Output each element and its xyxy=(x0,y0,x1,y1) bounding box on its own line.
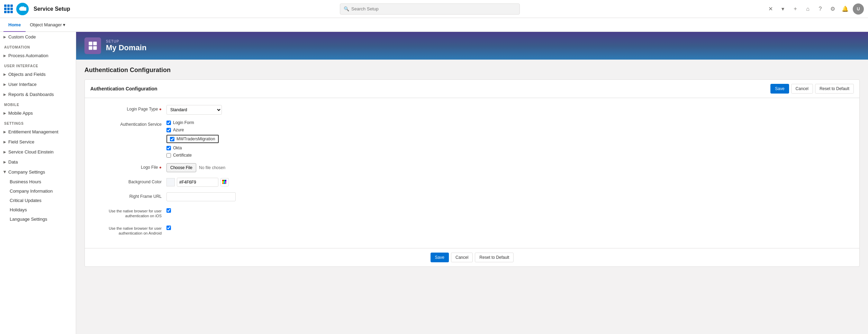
top-nav-right: ✕ ▾ ＋ ⌂ ? ⚙ 🔔 U xyxy=(766,3,864,15)
cancel-button-bottom[interactable]: Cancel xyxy=(451,253,473,262)
svg-rect-6 xyxy=(225,180,226,181)
sidebar-section-automation: AUTOMATION xyxy=(0,42,76,51)
sidebar-item-entitlement-management[interactable]: ▶ Entitlement Management xyxy=(0,127,76,137)
reset-to-default-button-top[interactable]: Reset to Default xyxy=(815,84,854,94)
file-input-wrap: Choose File No file chosen xyxy=(166,163,225,172)
sidebar-item-reports-dashboards[interactable]: ▶ Reports & Dashboards xyxy=(0,89,76,99)
checkbox-azure: Azure xyxy=(166,128,219,132)
top-navigation: Service Setup 🔍 ✕ ▾ ＋ ⌂ ? ⚙ 🔔 U xyxy=(0,0,868,18)
search-input-wrap[interactable]: 🔍 xyxy=(340,3,520,15)
sidebar-item-custom-code[interactable]: ▶ Custom Code xyxy=(0,32,76,42)
home-icon[interactable]: ⌂ xyxy=(803,4,813,14)
tab-home[interactable]: Home xyxy=(3,18,26,32)
arrow-icon: ▶ xyxy=(3,150,6,154)
checkbox-mwtradmigration-label: MWTradersMigration xyxy=(177,137,215,141)
svg-rect-3 xyxy=(93,46,97,50)
background-color-input[interactable] xyxy=(177,178,218,187)
sidebar-sub-holidays[interactable]: Holidays xyxy=(0,205,76,214)
waffle-menu[interactable] xyxy=(4,5,13,13)
arrow-icon: ▶ xyxy=(3,54,6,58)
required-indicator: ● xyxy=(159,165,162,170)
control-native-android xyxy=(166,224,171,230)
search-input[interactable] xyxy=(351,6,516,11)
sidebar-item-field-service[interactable]: ▶ Field Service xyxy=(0,137,76,147)
sidebar-item-user-interface[interactable]: ▶ User Interface xyxy=(0,79,76,89)
arrow-icon: ▶ xyxy=(3,171,7,174)
sidebar-item-objects-and-fields[interactable]: ▶ Objects and Fields xyxy=(0,69,76,79)
arrow-icon: ▶ xyxy=(3,72,6,76)
close-icon[interactable]: ✕ xyxy=(766,4,775,14)
control-right-frame-url xyxy=(166,192,236,201)
add-icon[interactable]: ＋ xyxy=(790,4,800,14)
bell-icon[interactable]: 🔔 xyxy=(840,4,850,14)
sidebar-sub-language-settings[interactable]: Language Settings xyxy=(0,214,76,224)
page-header-text: SETUP My Domain xyxy=(106,39,146,52)
svg-rect-5 xyxy=(224,180,225,181)
sidebar-item-company-settings[interactable]: ▶ Company Settings xyxy=(0,167,76,177)
control-background-color xyxy=(166,178,229,187)
login-page-type-select[interactable]: Standard Custom xyxy=(166,105,222,115)
sidebar-item-service-cloud-einstein[interactable]: ▶ Service Cloud Einstein xyxy=(0,147,76,157)
tab-object-manager[interactable]: Object Manager ▾ xyxy=(26,18,70,32)
svg-rect-2 xyxy=(89,46,92,50)
checkbox-okta-input[interactable] xyxy=(166,146,171,150)
color-input-wrap xyxy=(166,178,229,187)
reset-to-default-button-bottom[interactable]: Reset to Default xyxy=(475,253,514,262)
svg-rect-12 xyxy=(225,183,226,184)
form-row-auth-service: Authentication Service Login Form Azure xyxy=(90,120,854,158)
label-login-page-type: Login Page Type ● xyxy=(90,105,166,112)
control-auth-service: Login Form Azure MWTradersMigration xyxy=(166,120,219,158)
form-row-native-ios: Use the native browser for user authenti… xyxy=(90,207,854,219)
svg-rect-1 xyxy=(93,42,97,45)
sidebar-item-data[interactable]: ▶ Data xyxy=(0,157,76,167)
checkbox-android-input[interactable] xyxy=(166,226,171,230)
color-picker-icon[interactable] xyxy=(220,178,229,186)
checkbox-ios-input[interactable] xyxy=(166,208,171,213)
choose-file-button[interactable]: Choose File xyxy=(166,163,196,172)
checkbox-mwtradmigration-input[interactable] xyxy=(170,137,174,141)
main-content: SETUP My Domain Authentication Configura… xyxy=(76,32,868,334)
right-frame-url-input[interactable] xyxy=(166,192,236,201)
sidebar-item-process-automation[interactable]: ▶ Process Automation xyxy=(0,51,76,61)
sidebar-item-mobile-apps[interactable]: ▶ Mobile Apps xyxy=(0,108,76,118)
svg-rect-10 xyxy=(222,183,224,184)
card-header-actions: Save Cancel Reset to Default xyxy=(770,84,854,94)
checkbox-azure-input[interactable] xyxy=(166,128,171,132)
checkbox-login-form: Login Form xyxy=(166,120,219,125)
save-button-bottom[interactable]: Save xyxy=(431,253,449,262)
form-row-login-page-type: Login Page Type ● Standard Custom xyxy=(90,105,854,115)
arrow-icon: ▶ xyxy=(3,160,6,164)
color-swatch xyxy=(166,178,175,186)
sidebar-sub-critical-updates[interactable]: Critical Updates xyxy=(0,196,76,205)
page-header: SETUP My Domain xyxy=(76,32,868,60)
help-icon[interactable]: ? xyxy=(815,4,825,14)
sidebar-sub-business-hours[interactable]: Business Hours xyxy=(0,177,76,186)
control-login-page-type: Standard Custom xyxy=(166,105,222,115)
checkbox-okta-label: Okta xyxy=(173,146,182,150)
form-row-native-android: Use the native browser for user authenti… xyxy=(90,224,854,236)
label-native-android: Use the native browser for user authenti… xyxy=(90,224,166,236)
auth-config-card: Authentication Configuration Save Cancel… xyxy=(84,79,860,267)
salesforce-logo[interactable] xyxy=(16,3,29,15)
save-button-top[interactable]: Save xyxy=(770,84,789,94)
dropdown-icon[interactable]: ▾ xyxy=(778,4,788,14)
card-body: Login Page Type ● Standard Custom Authe xyxy=(85,98,859,248)
checkbox-certificate-input[interactable] xyxy=(166,153,171,158)
search-icon: 🔍 xyxy=(344,6,349,11)
settings-icon[interactable]: ⚙ xyxy=(828,4,838,14)
top-nav-left: Service Setup xyxy=(4,3,94,15)
sidebar-section-settings: SETTINGS xyxy=(0,118,76,127)
checkbox-mwtradmigration: MWTradersMigration xyxy=(166,135,219,143)
section-title: Authentication Configuration xyxy=(84,67,860,74)
content-area: Authentication Configuration Authenticat… xyxy=(76,60,868,281)
checkbox-certificate-label: Certificate xyxy=(173,153,192,158)
sidebar-sub-company-information[interactable]: Company Information xyxy=(0,186,76,196)
control-native-ios xyxy=(166,207,171,213)
checkbox-login-form-input[interactable] xyxy=(166,121,171,125)
avatar[interactable]: U xyxy=(853,3,864,15)
svg-rect-4 xyxy=(222,180,224,181)
label-right-frame-url: Right Frame URL xyxy=(90,192,166,199)
setup-label: SETUP xyxy=(106,39,146,43)
cancel-button-top[interactable]: Cancel xyxy=(791,84,813,94)
arrow-icon: ▶ xyxy=(3,111,6,115)
